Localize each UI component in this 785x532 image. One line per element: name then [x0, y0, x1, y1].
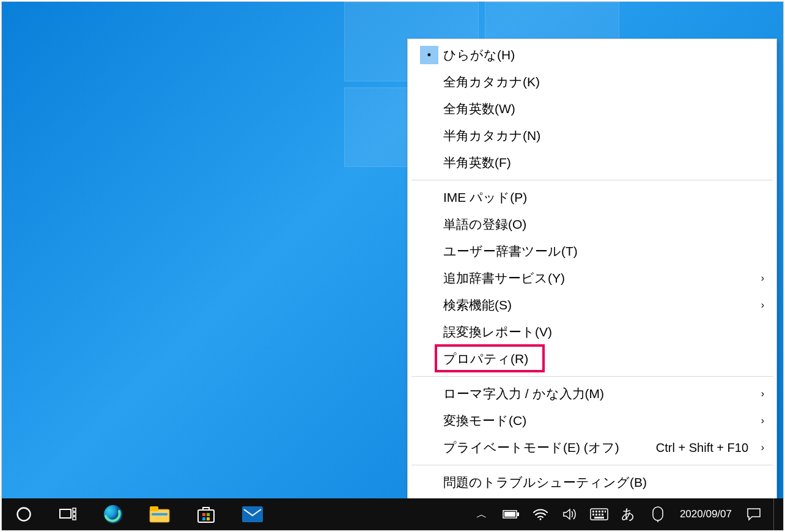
taskbar-date[interactable]: 2020/09/07	[674, 508, 738, 520]
svg-rect-12	[202, 517, 205, 520]
bullet-icon: •	[420, 46, 438, 64]
menu-item-fullwidth-katakana[interactable]: 全角カタカナ(K)	[409, 68, 775, 95]
menu-separator	[411, 376, 773, 377]
menu-label: 全角英数(W)	[443, 100, 764, 117]
menu-item-halfwidth-alphanumeric[interactable]: 半角英数(F)	[409, 149, 775, 176]
svg-rect-3	[73, 512, 76, 515]
taskbar: ︿ あ 2020/09/07	[2, 498, 783, 530]
menu-label: 検索機能(S)	[443, 297, 753, 314]
menu-label: 半角カタカナ(N)	[443, 127, 764, 144]
svg-point-18	[539, 519, 541, 520]
menu-item-conversion-mode[interactable]: 変換モード(C) ›	[409, 407, 775, 434]
svg-rect-11	[207, 513, 210, 516]
desktop: • ひらがな(H) 全角カタカナ(K) 全角英数(W) 半角カタカナ(N) 半角…	[1, 1, 784, 531]
svg-rect-22	[599, 511, 600, 512]
menu-item-ime-pad[interactable]: IME パッド(P)	[409, 184, 775, 211]
mail-icon[interactable]	[229, 498, 276, 530]
chevron-right-icon: ›	[753, 388, 764, 399]
menu-label: 単語の登録(O)	[443, 216, 764, 233]
svg-rect-24	[605, 511, 606, 512]
menu-label: プライベートモード(E) (オフ)	[443, 439, 656, 456]
svg-rect-29	[594, 517, 604, 519]
menu-label: プロパティ(R)	[443, 350, 764, 368]
svg-rect-8	[152, 513, 168, 515]
volume-icon[interactable]	[556, 498, 583, 530]
chevron-right-icon: ›	[753, 273, 764, 284]
menu-label: 半角英数(F)	[443, 154, 764, 171]
svg-rect-2	[73, 508, 76, 511]
svg-rect-14	[242, 506, 263, 522]
menu-hotkey: Ctrl + Shift + F10	[656, 441, 748, 455]
svg-rect-27	[599, 514, 600, 515]
svg-rect-23	[602, 511, 603, 512]
svg-rect-1	[60, 509, 71, 518]
svg-rect-20	[592, 511, 594, 512]
tray-chevron-up-icon[interactable]: ︿	[468, 498, 495, 530]
edge-browser-icon[interactable]	[90, 498, 136, 530]
cortana-search-icon[interactable]	[2, 498, 46, 530]
ime-context-menu: • ひらがな(H) 全角カタカナ(K) 全角英数(W) 半角カタカナ(N) 半角…	[407, 39, 777, 499]
svg-rect-10	[202, 513, 205, 516]
svg-rect-9	[198, 510, 214, 522]
menu-label: 追加辞書サービス(Y)	[443, 270, 753, 287]
menu-separator	[411, 180, 773, 180]
ime-tool-icon[interactable]	[644, 498, 671, 530]
show-desktop-button[interactable]	[773, 498, 778, 530]
chevron-right-icon: ›	[753, 415, 764, 426]
menu-item-fullwidth-alphanumeric[interactable]: 全角英数(W)	[409, 95, 775, 122]
menu-item-search-function[interactable]: 検索機能(S) ›	[409, 292, 775, 319]
menu-item-halfwidth-katakana[interactable]: 半角カタカナ(N)	[409, 122, 775, 149]
menu-item-romaji-kana-input[interactable]: ローマ字入力 / かな入力(M) ›	[409, 380, 775, 407]
svg-rect-26	[595, 514, 597, 515]
menu-item-hiragana[interactable]: • ひらがな(H)	[409, 42, 775, 68]
svg-rect-17	[504, 512, 515, 517]
chevron-right-icon: ›	[753, 300, 764, 311]
svg-rect-13	[207, 517, 210, 520]
menu-label: 誤変換レポート(V)	[443, 323, 764, 341]
svg-rect-21	[595, 511, 597, 512]
svg-rect-16	[517, 512, 519, 516]
menu-item-additional-dictionary-service[interactable]: 追加辞書サービス(Y) ›	[409, 265, 775, 292]
menu-item-private-mode[interactable]: プライベートモード(E) (オフ) Ctrl + Shift + F10 ›	[409, 434, 775, 461]
menu-item-troubleshooting[interactable]: 問題のトラブルシューティング(B)	[409, 469, 775, 496]
menu-label: ひらがな(H)	[443, 46, 764, 64]
chevron-right-icon: ›	[753, 442, 764, 453]
microsoft-store-icon[interactable]	[183, 498, 229, 530]
menu-label: ユーザー辞書ツール(T)	[443, 243, 764, 260]
svg-rect-30	[653, 507, 663, 520]
task-view-icon[interactable]	[46, 498, 90, 530]
touch-keyboard-icon[interactable]	[586, 498, 613, 530]
svg-rect-28	[602, 514, 603, 515]
menu-label: 問題のトラブルシューティング(B)	[443, 474, 764, 491]
svg-rect-25	[592, 514, 594, 515]
action-center-icon[interactable]	[740, 498, 767, 530]
menu-item-word-registration[interactable]: 単語の登録(O)	[409, 211, 775, 238]
battery-icon[interactable]	[498, 498, 525, 530]
wifi-icon[interactable]	[527, 498, 554, 530]
ime-mode-indicator[interactable]: あ	[615, 498, 642, 530]
svg-rect-6	[150, 509, 169, 522]
svg-rect-7	[150, 506, 158, 511]
svg-rect-4	[73, 517, 76, 520]
menu-label: 全角カタカナ(K)	[443, 73, 764, 91]
file-explorer-icon[interactable]	[136, 498, 183, 530]
menu-label: ローマ字入力 / かな入力(M)	[443, 385, 753, 402]
menu-label: IME パッド(P)	[443, 189, 764, 206]
svg-point-0	[18, 508, 31, 521]
menu-label: 変換モード(C)	[443, 412, 753, 429]
menu-separator	[411, 465, 773, 465]
menu-item-user-dictionary-tool[interactable]: ユーザー辞書ツール(T)	[409, 238, 775, 265]
menu-item-properties[interactable]: プロパティ(R)	[409, 345, 775, 372]
menu-item-misconversion-report[interactable]: 誤変換レポート(V)	[409, 319, 775, 345]
